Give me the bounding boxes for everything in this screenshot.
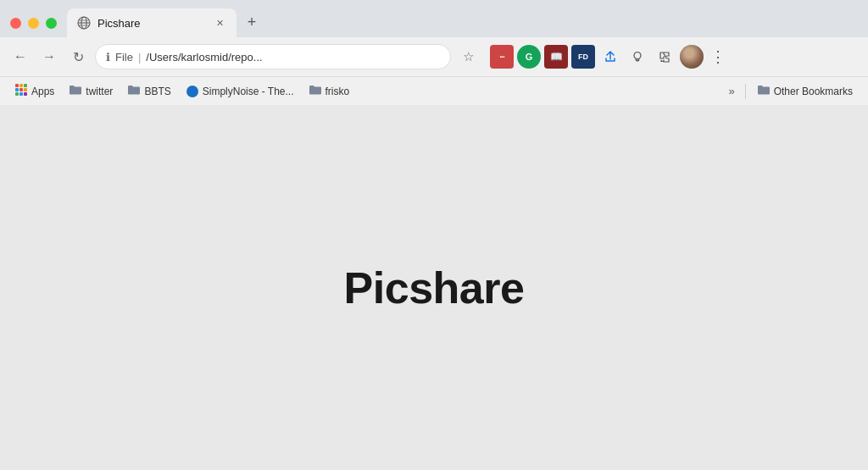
browser-menu-button[interactable]: ⋮ bbox=[707, 47, 729, 66]
page-content: Picshare bbox=[0, 105, 868, 470]
reload-button[interactable]: ↻ bbox=[66, 45, 90, 69]
back-button[interactable]: ← bbox=[8, 45, 32, 69]
bookmarks-bar: Apps twitter BBTS SimplyNoise - The... bbox=[0, 76, 868, 105]
fd-icon[interactable]: FD bbox=[571, 45, 595, 69]
address-bar[interactable]: ℹ File | /Users/karlosmid/repo... bbox=[95, 44, 451, 69]
active-tab[interactable]: Picshare ✕ bbox=[67, 8, 236, 37]
frisko-label: frisko bbox=[326, 86, 350, 97]
bulb-icon[interactable] bbox=[626, 45, 649, 69]
bookmark-apps[interactable]: Apps bbox=[8, 80, 61, 102]
tab-title: Picshare bbox=[97, 17, 206, 30]
new-tab-button[interactable]: + bbox=[240, 10, 264, 34]
address-text: /Users/karlosmid/repo... bbox=[146, 51, 262, 64]
user-avatar[interactable] bbox=[680, 45, 704, 69]
ellipsis-ext-icon[interactable]: ··· bbox=[490, 45, 514, 69]
kindle-icon[interactable]: 📖 bbox=[544, 45, 568, 69]
window-controls bbox=[10, 18, 57, 37]
svg-rect-14 bbox=[19, 92, 23, 96]
svg-rect-9 bbox=[24, 84, 27, 87]
svg-rect-15 bbox=[24, 92, 27, 96]
folder-icon bbox=[70, 85, 81, 97]
extensions-area: ··· G 📖 FD bbox=[490, 45, 729, 69]
file-label: File bbox=[115, 51, 133, 64]
more-bookmarks-button[interactable]: » bbox=[723, 81, 739, 101]
minimize-window-button[interactable] bbox=[28, 18, 39, 29]
apps-grid-icon bbox=[15, 84, 27, 98]
svg-rect-8 bbox=[19, 84, 23, 87]
apps-label: Apps bbox=[31, 86, 54, 97]
info-icon: ℹ bbox=[106, 51, 110, 64]
folder-bbts-icon bbox=[128, 85, 140, 97]
folder-frisko-icon bbox=[309, 85, 321, 97]
svg-rect-10 bbox=[15, 88, 19, 91]
bookmarks-divider bbox=[745, 84, 746, 99]
svg-point-5 bbox=[634, 53, 641, 59]
other-bookmarks-button[interactable]: Other Bookmarks bbox=[751, 81, 860, 101]
page-heading: Picshare bbox=[344, 263, 525, 313]
simplynoise-label: SimplyNoise - The... bbox=[203, 86, 294, 97]
forward-button[interactable]: → bbox=[37, 45, 61, 69]
tab-favicon-icon bbox=[77, 16, 91, 30]
share-icon[interactable] bbox=[598, 45, 622, 69]
close-window-button[interactable] bbox=[10, 18, 21, 29]
avatar-image bbox=[680, 45, 704, 69]
other-bookmarks-label: Other Bookmarks bbox=[774, 86, 853, 97]
puzzle-icon[interactable] bbox=[653, 45, 676, 69]
bbts-label: BBTS bbox=[144, 86, 170, 97]
svg-rect-13 bbox=[15, 92, 19, 96]
browser-window: Picshare ✕ + ← → ↻ ℹ File | /Users/karlo… bbox=[0, 0, 868, 470]
nav-bar: ← → ↻ ℹ File | /Users/karlosmid/repo... … bbox=[0, 37, 868, 76]
tab-bar: Picshare ✕ + bbox=[0, 0, 868, 37]
tab-close-button[interactable]: ✕ bbox=[213, 16, 226, 30]
address-separator: | bbox=[138, 51, 141, 64]
svg-rect-7 bbox=[15, 84, 19, 87]
other-bookmarks-folder-icon bbox=[758, 85, 770, 97]
grammarly-icon[interactable]: G bbox=[517, 45, 541, 69]
bookmark-bbts[interactable]: BBTS bbox=[121, 81, 177, 101]
simplynoise-icon bbox=[186, 86, 198, 97]
maximize-window-button[interactable] bbox=[46, 18, 57, 29]
bookmark-simplynoise[interactable]: SimplyNoise - The... bbox=[180, 82, 301, 101]
svg-rect-11 bbox=[19, 88, 23, 91]
bookmark-twitter[interactable]: twitter bbox=[63, 81, 120, 101]
bookmark-star-button[interactable]: ☆ bbox=[456, 45, 480, 69]
svg-rect-12 bbox=[24, 88, 27, 91]
bookmark-frisko[interactable]: frisko bbox=[303, 81, 357, 101]
twitter-label: twitter bbox=[86, 86, 113, 97]
